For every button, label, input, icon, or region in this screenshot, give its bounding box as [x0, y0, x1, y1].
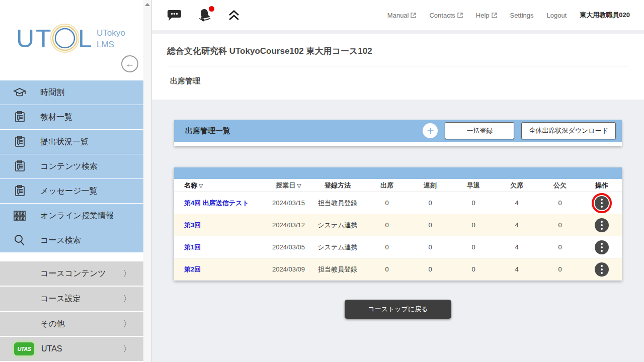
sidebar-item-label: 提出状況一覧 — [40, 137, 89, 147]
registration-method: システム連携 — [310, 243, 365, 252]
column-header-official: 公欠 — [538, 181, 582, 190]
external-link-icon — [411, 13, 416, 18]
notification-badge — [209, 6, 214, 12]
contacts-link[interactable]: Contacts — [429, 12, 462, 19]
sort-icon[interactable]: ▽ — [297, 183, 301, 189]
external-link-icon — [492, 13, 497, 18]
attendance-table: 名称▽ 授業日▽ 登録方法 出席 遅刻 早退 欠席 公欠 操作 第4回 出席送信… — [174, 167, 622, 281]
notifications-bell-icon[interactable] — [197, 8, 212, 23]
clipboard-icon — [11, 133, 28, 150]
registration-method: 担当教員登録 — [310, 199, 365, 208]
column-header-name[interactable]: 名称▽ — [174, 181, 267, 190]
session-link[interactable]: 第1回 — [184, 243, 201, 251]
chevron-right-icon: 〉 — [123, 344, 131, 354]
session-link[interactable]: 第2回 — [184, 265, 201, 273]
sidebar-item-course-search[interactable]: コース検索 — [0, 228, 143, 252]
column-header-late: 遅刻 — [409, 181, 452, 190]
download-all-button[interactable]: 全体出席状況ダウンロード — [521, 122, 616, 139]
utas-logo-icon: UTAS — [14, 342, 34, 355]
topbar: Manual Contacts Help Settings — [152, 0, 644, 30]
clipboard-icon — [11, 183, 28, 200]
column-header-absent: 欠席 — [495, 181, 538, 190]
official-absence-count: 0 — [538, 265, 582, 273]
chevron-right-icon: 〉 — [123, 319, 131, 329]
row-actions-button[interactable] — [595, 218, 609, 232]
registration-method: 担当教員登録 — [310, 265, 365, 274]
table-top-bar — [174, 167, 622, 179]
panel-strip — [174, 142, 622, 146]
messages-icon[interactable] — [167, 9, 182, 22]
sidebar-item-submissions[interactable]: 提出状況一覧 — [0, 130, 143, 154]
sidebar-group-label: コース設定 — [40, 294, 81, 304]
collapse-header-icon[interactable] — [227, 9, 240, 21]
scroll-up-icon[interactable] — [145, 3, 150, 6]
sidebar-item-label: 教材一覧 — [40, 112, 72, 123]
class-date: 2024/03/12 — [267, 221, 310, 229]
help-link[interactable]: Help — [476, 12, 497, 19]
bulk-register-button[interactable]: 一括登録 — [445, 122, 514, 139]
column-header-date[interactable]: 授業日▽ — [267, 181, 310, 190]
sidebar-item-content-search[interactable]: コンテンツ検索 — [0, 154, 143, 178]
early-leave-count: 0 — [452, 265, 495, 273]
svg-text:UT: UT — [16, 25, 53, 53]
sidebar-group-course-contents[interactable]: コースコンテンツ 〉 — [0, 261, 143, 286]
sidebar-item-label: コンテンツ検索 — [40, 161, 98, 172]
table-header-row: 名称▽ 授業日▽ 登録方法 出席 遅刻 早退 欠席 公欠 操作 — [174, 179, 622, 192]
table-row: 第3回 2024/03/12 システム連携 0 0 0 4 0 — [174, 214, 622, 236]
svg-text:L: L — [78, 25, 92, 53]
present-count: 0 — [365, 265, 409, 273]
sort-icon[interactable]: ▽ — [199, 183, 203, 189]
table-row: 第2回 2024/03/09 担当教員登録 0 0 0 4 0 — [174, 258, 622, 281]
column-header-actions: 操作 — [582, 181, 622, 190]
absent-count: 4 — [495, 221, 538, 229]
logout-link[interactable]: Logout — [547, 12, 567, 19]
sidebar-group-others[interactable]: その他 〉 — [0, 312, 143, 336]
add-attendance-icon[interactable]: + — [423, 123, 438, 138]
page-section-title: 出席管理 — [167, 66, 629, 86]
column-header-method: 登録方法 — [310, 181, 365, 190]
chevron-right-icon: 〉 — [123, 269, 131, 279]
column-header-early: 早退 — [452, 181, 495, 190]
sidebar-item-online-class[interactable]: オンライン授業情報 — [0, 204, 143, 228]
clipboard-icon — [11, 109, 28, 126]
class-date: 2024/03/05 — [267, 243, 310, 251]
session-link[interactable]: 第4回 出席送信テスト — [184, 199, 249, 207]
early-leave-count: 0 — [452, 221, 495, 229]
absent-count: 4 — [495, 199, 538, 207]
course-title: 総合文化研究科 UTokyoCourse102 東大用コース102 — [167, 34, 629, 66]
sidebar-collapse-button[interactable]: ← — [121, 55, 138, 72]
class-date: 2024/03/15 — [267, 199, 310, 207]
present-count: 0 — [365, 243, 409, 251]
sidebar-group-label: コースコンテンツ — [40, 268, 106, 279]
row-actions-button[interactable] — [595, 240, 609, 254]
sidebar-item-label: 時間割 — [40, 87, 64, 98]
sidebar-item-materials[interactable]: 教材一覧 — [0, 105, 143, 129]
registration-method: システム連携 — [310, 221, 365, 230]
sidebar-scrollbar[interactable] — [143, 0, 152, 362]
user-name: 東大用教職員020 — [580, 11, 630, 20]
sidebar-group-utas[interactable]: UTAS UTAS 〉 — [0, 337, 143, 361]
top-nav: Manual Contacts Help Settings — [387, 11, 630, 20]
settings-link[interactable]: Settings — [510, 12, 534, 19]
present-count: 0 — [365, 221, 409, 229]
row-actions-button[interactable] — [595, 196, 609, 210]
sidebar-group-course-settings[interactable]: コース設定 〉 — [0, 287, 143, 311]
session-link[interactable]: 第3回 — [184, 221, 201, 229]
table-body: 第4回 出席送信テスト 2024/03/15 担当教員登録 0 0 0 4 0 … — [174, 192, 622, 281]
clipboard-icon — [11, 158, 28, 175]
divider-gap — [152, 30, 644, 34]
sidebar-item-messages[interactable]: メッセージ一覧 — [0, 179, 143, 203]
chevron-right-icon: 〉 — [123, 294, 131, 304]
video-conference-icon — [11, 207, 28, 224]
svg-text:UTokyo: UTokyo — [97, 28, 125, 38]
back-to-course-top-button[interactable]: コーストップに戻る — [345, 300, 451, 319]
late-count: 0 — [409, 265, 452, 273]
column-header-present: 出席 — [365, 181, 409, 190]
manual-link[interactable]: Manual — [387, 12, 417, 19]
panel-title: 出席管理一覧 — [185, 126, 230, 136]
main-area: Manual Contacts Help Settings — [152, 0, 644, 362]
sidebar-item-timetable[interactable]: 時間割 — [0, 80, 143, 105]
row-actions-button[interactable] — [595, 262, 609, 277]
sidebar: UT L UTokyo LMS ← 時間割 教材一覧 — [0, 0, 143, 362]
sidebar-item-label: オンライン授業情報 — [40, 211, 114, 221]
